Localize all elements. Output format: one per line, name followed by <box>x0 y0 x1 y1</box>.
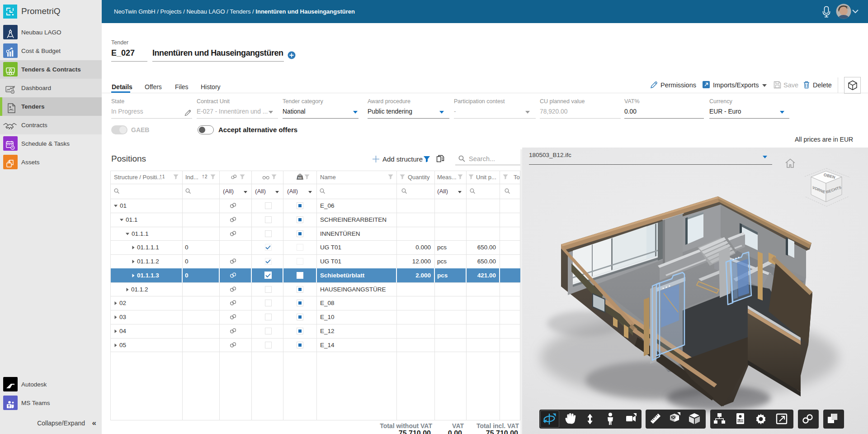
svg-text:KG: KG <box>298 176 302 179</box>
